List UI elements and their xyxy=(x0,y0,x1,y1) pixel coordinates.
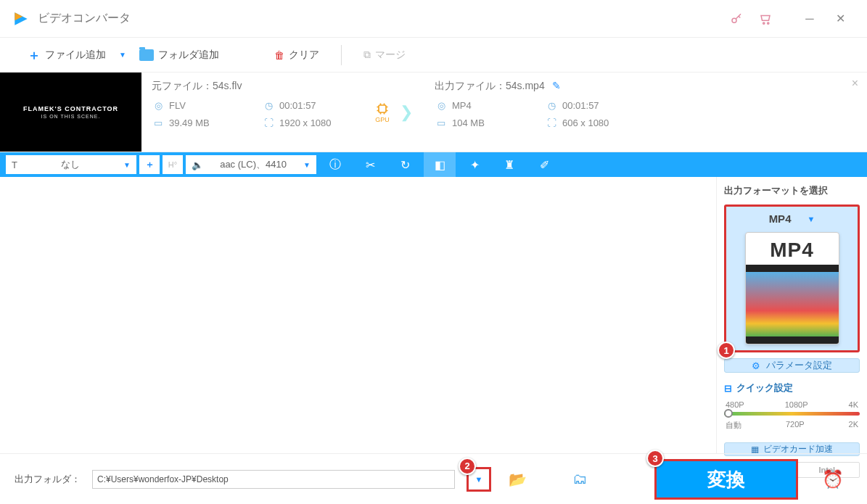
cart-icon[interactable] xyxy=(751,4,780,33)
cut-button[interactable]: ✂ xyxy=(354,152,386,177)
schedule-button[interactable]: ⏰ xyxy=(817,463,849,495)
quick-label: クイック設定 xyxy=(736,381,793,394)
output-size: 104 MB xyxy=(452,117,485,128)
merge-button[interactable]: ⧉ マージ xyxy=(358,46,411,65)
folder-size-icon: ▭ xyxy=(152,116,165,129)
clock-icon: ◷ xyxy=(262,99,275,112)
video-thumbnail[interactable]: FLAMEK'S CONTRACTOR IS ON THIS SCENE. xyxy=(0,73,141,152)
bottom-bar: 出力フォルダ： ▼ 2 📂 🗂 変換 3 ⏰ xyxy=(0,453,867,504)
param-label: パラメータ設定 xyxy=(766,359,832,372)
source-duration: 00:01:57 xyxy=(279,100,316,111)
merge-label: マージ xyxy=(375,49,406,62)
open-folder-button[interactable]: 📂 xyxy=(503,465,532,494)
gpu-badge: GPU xyxy=(369,102,395,131)
trash-icon: 🗑 xyxy=(274,49,284,61)
annotation-1: 1 xyxy=(718,342,735,359)
output-format: MP4 xyxy=(452,100,472,111)
convert-label: 変換 xyxy=(707,467,745,492)
source-format: FLV xyxy=(169,100,186,111)
add-folder-label: フォルダ追加 xyxy=(158,49,219,62)
clear-label: クリア xyxy=(289,49,319,62)
audio-select[interactable]: 🔈 aac (LC)、4410 ▼ xyxy=(186,155,316,174)
folder-icon xyxy=(139,49,154,61)
output-resolution: 606 x 1080 xyxy=(562,117,609,128)
separator xyxy=(341,45,342,65)
svg-point-1 xyxy=(763,22,765,23)
crop-button[interactable]: ◧ xyxy=(424,152,456,177)
source-resolution: 1920 x 1080 xyxy=(279,117,332,128)
file-item-row: FLAMEK'S CONTRACTOR IS ON THIS SCENE. 元フ… xyxy=(0,73,867,152)
thumb-text1: FLAMEK'S CONTRACTOR xyxy=(23,105,118,112)
sliders-icon: ⚙ xyxy=(752,360,760,371)
resolution-icon: ⛶ xyxy=(262,116,275,129)
output-folder-dropdown[interactable]: ▼ 2 xyxy=(467,467,491,492)
output-folder-input[interactable] xyxy=(92,470,455,489)
slider-thumb[interactable] xyxy=(724,409,733,418)
disc-icon: ◎ xyxy=(435,99,448,112)
convert-button[interactable]: 変換 3 xyxy=(654,459,798,500)
watermark-button[interactable]: ♜ xyxy=(493,152,525,177)
output-duration: 00:01:57 xyxy=(562,100,599,111)
edit-button[interactable]: ✐ xyxy=(528,152,560,177)
edit-name-icon[interactable]: ✎ xyxy=(552,80,561,91)
add-subtitle-button[interactable]: ＋ xyxy=(139,155,160,174)
key-icon[interactable] xyxy=(722,4,751,33)
close-button[interactable]: ✕ xyxy=(825,4,855,33)
source-size: 39.49 MB xyxy=(169,117,210,128)
add-file-label: ファイル追加 xyxy=(45,49,106,62)
chevron-down-icon: ▼ xyxy=(303,161,311,169)
output-format-selector[interactable]: MP4 ▼ MP4 1 xyxy=(724,205,860,352)
disc-icon: ◎ xyxy=(152,99,165,112)
list-button[interactable]: 🗂 xyxy=(565,465,594,494)
effects-button[interactable]: ✦ xyxy=(459,152,490,177)
film-strip-icon xyxy=(746,265,839,344)
output-title: 出力ファイル：54s.mp4 ✎ xyxy=(435,80,857,93)
hardsub-button[interactable]: H° xyxy=(163,155,183,174)
file-list-empty-area xyxy=(0,177,716,453)
chevron-down-icon: ▼ xyxy=(123,161,131,169)
format-selected-label: MP4 xyxy=(769,212,792,225)
app-title: ビデオコンバータ xyxy=(38,11,722,26)
format-preview-card: MP4 xyxy=(745,232,839,344)
add-folder-button[interactable]: フォルダ追加 xyxy=(133,46,225,65)
subtitle-select[interactable]: T なし ▼ xyxy=(6,155,136,174)
output-folder-label: 出力フォルダ： xyxy=(15,473,81,486)
title-bar: ビデオコンバータ ─ ✕ xyxy=(0,0,867,38)
add-file-button[interactable]: ＋ ファイル追加 xyxy=(22,44,112,67)
subtitle-prefix: T xyxy=(12,160,17,170)
quick-settings: ⊟ クイック設定 480P 1080P 4K 自動 720P 2K xyxy=(724,381,860,437)
sidebar: 出力フォーマットを選択 MP4 ▼ MP4 1 ⚙ パラメータ設定 ⊟ クイック… xyxy=(716,177,867,453)
speaker-icon: 🔈 xyxy=(192,160,203,170)
merge-icon: ⧉ xyxy=(363,49,371,61)
quality-slider[interactable]: 480P 1080P 4K 自動 720P 2K xyxy=(724,400,860,431)
thumb-text2: IS ON THIS SCENE. xyxy=(41,114,101,119)
info-button[interactable]: ⓘ xyxy=(319,152,351,177)
edit-strip: T なし ▼ ＋ H° 🔈 aac (LC)、4410 ▼ ⓘ ✂ ↻ ◧ ✦ … xyxy=(0,152,867,177)
svg-rect-3 xyxy=(379,105,386,112)
format-card-label: MP4 xyxy=(746,233,839,265)
source-info: 元ファイル：54s.flv ◎FLV ◷00:01:57 ▭39.49 MB ⛶… xyxy=(141,73,388,152)
app-logo-icon xyxy=(12,9,30,28)
annotation-3: 3 xyxy=(646,450,664,467)
svg-point-2 xyxy=(768,22,769,23)
main-toolbar: ＋ ファイル追加 ▼ フォルダ追加 🗑 クリア ⧉ マージ xyxy=(0,38,867,73)
quick-icon: ⊟ xyxy=(724,383,732,394)
output-info: × 出力ファイル：54s.mp4 ✎ ◎MP4 ◷00:01:57 ▭104 M… xyxy=(424,73,867,152)
parameter-settings-button[interactable]: ⚙ パラメータ設定 xyxy=(724,358,860,373)
minimize-button[interactable]: ─ xyxy=(794,4,825,33)
clock-icon: ◷ xyxy=(545,99,558,112)
folder-size-icon: ▭ xyxy=(435,116,448,129)
plus-icon: ＋ xyxy=(28,46,41,64)
svg-point-0 xyxy=(732,18,736,22)
chevron-down-icon: ▼ xyxy=(807,215,815,223)
annotation-2: 2 xyxy=(459,458,476,475)
remove-item-button[interactable]: × xyxy=(852,77,858,90)
add-file-dropdown-icon[interactable]: ▼ xyxy=(119,51,126,59)
subtitle-value: なし xyxy=(61,158,80,171)
resolution-icon: ⛶ xyxy=(545,116,558,129)
audio-value: aac (LC)、4410 xyxy=(220,158,287,171)
clear-button[interactable]: 🗑 クリア xyxy=(268,46,325,65)
sidebar-title: 出力フォーマットを選択 xyxy=(724,184,860,197)
source-title: 元ファイル：54s.flv xyxy=(152,80,378,93)
rotate-button[interactable]: ↻ xyxy=(389,152,421,177)
